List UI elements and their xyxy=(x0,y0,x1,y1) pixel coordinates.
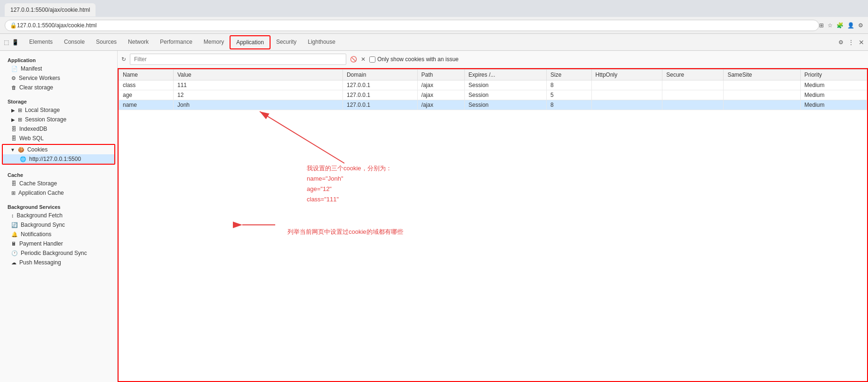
issues-checkbox[interactable] xyxy=(369,56,375,63)
push-messaging-icon: ☁ xyxy=(11,260,16,266)
cell-value: 111 xyxy=(173,80,342,90)
expand-icon2: ▶ xyxy=(11,117,15,122)
th-name: Name xyxy=(119,70,174,80)
sidebar-item-session-storage[interactable]: ▶ ⊞ Session Storage xyxy=(0,115,117,124)
cell-priority: Medium xyxy=(800,100,867,110)
sidebar-item-push-messaging[interactable]: ☁ Push Messaging xyxy=(0,258,117,267)
cell-size: 8 xyxy=(547,100,591,110)
tab-memory[interactable]: Memory xyxy=(198,36,230,49)
address-bar[interactable]: 🔒 127.0.0.1:5500/ajax/cookie.html xyxy=(5,20,819,31)
sidebar-item-bg-sync[interactable]: 🔄 Background Sync xyxy=(0,220,117,230)
cell-httponly xyxy=(591,80,662,90)
cell-expires: Session xyxy=(464,80,546,90)
bg-sync-icon: 🔄 xyxy=(11,222,18,228)
web-sql-icon: 🗄 xyxy=(11,135,16,141)
th-path: Path xyxy=(417,70,464,80)
cell-httponly xyxy=(591,90,662,100)
table-row[interactable]: class111127.0.0.1/ajaxSession8Medium xyxy=(119,80,867,90)
cell-name: name xyxy=(119,100,174,110)
security-icon: 🔒 xyxy=(10,22,17,29)
cell-path: /ajax xyxy=(417,100,464,110)
application-cache-icon: ⊞ xyxy=(11,190,16,196)
cell-secure xyxy=(662,80,724,90)
refresh-icon[interactable]: ↻ xyxy=(121,56,126,63)
bookmark-icon[interactable]: ☆ xyxy=(828,22,833,29)
profile-icon[interactable]: 👤 xyxy=(847,22,854,29)
sidebar-section-application: Application xyxy=(0,55,117,64)
tab-network[interactable]: Network xyxy=(122,36,154,49)
th-httponly: HttpOnly xyxy=(591,70,662,80)
cell-path: /ajax xyxy=(417,80,464,90)
sidebar-item-cookies[interactable]: ▼ 🍪 Cookies xyxy=(3,145,114,154)
table-row[interactable]: nameJonh127.0.0.1/ajaxSession8Medium xyxy=(119,100,867,110)
tab-console[interactable]: Console xyxy=(58,36,90,49)
th-priority: Priority xyxy=(800,70,867,80)
sidebar-item-manifest[interactable]: 📄 Manifest xyxy=(0,64,117,73)
cookies-icon: 🍪 xyxy=(18,147,24,153)
close-filter-icon[interactable]: ✕ xyxy=(361,56,366,63)
cookie-table-wrapper[interactable]: Name Value Domain Path Expires /... Size… xyxy=(118,68,868,382)
settings-icon[interactable]: ⚙ xyxy=(838,39,844,46)
devtools-device-icon[interactable]: 📱 xyxy=(12,39,19,46)
sidebar-item-bg-fetch[interactable]: ↕ Background Fetch xyxy=(0,211,117,220)
sidebar-item-service-workers[interactable]: ⚙ Service Workers xyxy=(0,73,117,83)
annotation-arrow-svg xyxy=(213,97,495,191)
sidebar-item-payment-handler[interactable]: 🖩 Payment Handler xyxy=(0,239,117,248)
tab-performance[interactable]: Performance xyxy=(154,36,198,49)
cell-priority: Medium xyxy=(800,80,867,90)
manifest-icon: 📄 xyxy=(11,66,18,72)
cell-secure xyxy=(662,100,724,110)
tab-application[interactable]: Application xyxy=(230,35,271,49)
sidebar-item-periodic-bg-sync[interactable]: 🕐 Periodic Background Sync xyxy=(0,248,117,258)
cell-domain: 127.0.0.1 xyxy=(342,100,417,110)
table-header-row: Name Value Domain Path Expires /... Size… xyxy=(119,70,867,80)
browser-tab[interactable]: 127.0.0.1:5500/ajax/cookie.html xyxy=(5,3,96,16)
sidebar-item-clear-storage[interactable]: 🗑 Clear storage xyxy=(0,83,117,92)
translate-icon[interactable]: ⊞ xyxy=(819,22,824,29)
table-row[interactable]: age12127.0.0.1/ajaxSession5Medium xyxy=(119,90,867,100)
session-storage-icon: ⊞ xyxy=(18,117,22,123)
sidebar-item-indexed-db[interactable]: 🗄 IndexedDB xyxy=(0,124,117,134)
cell-samesite xyxy=(724,80,800,90)
th-secure: Secure xyxy=(662,70,724,80)
th-value: Value xyxy=(173,70,342,80)
cell-size: 5 xyxy=(547,90,591,100)
tab-lighthouse[interactable]: Lighthouse xyxy=(302,36,341,49)
expand-icon3: ▼ xyxy=(10,147,15,152)
filter-input-wrapper[interactable] xyxy=(130,54,346,65)
clear-filter-icon[interactable]: 🚫 xyxy=(350,56,357,63)
extensions-icon[interactable]: 🧩 xyxy=(836,22,844,29)
sidebar-item-notifications[interactable]: 🔔 Notifications xyxy=(0,230,117,239)
tab-security[interactable]: Security xyxy=(271,36,302,49)
tab-title: 127.0.0.1:5500/ajax/cookie.html xyxy=(10,7,90,13)
sidebar-item-local-storage[interactable]: ▶ ⊞ Local Storage xyxy=(0,105,117,115)
sidebar-item-web-sql[interactable]: 🗄 Web SQL xyxy=(0,134,117,143)
bg-fetch-icon: ↕ xyxy=(11,213,14,218)
close-devtools-button[interactable]: ✕ xyxy=(859,39,864,46)
th-domain: Domain xyxy=(342,70,417,80)
cell-domain: 127.0.0.1 xyxy=(342,90,417,100)
more-icon[interactable]: ⋮ xyxy=(848,39,854,46)
sidebar-item-cookies-url[interactable]: 🌐 http://127.0.0.1:5500 xyxy=(3,154,114,164)
cell-expires: Session xyxy=(464,100,546,110)
payment-handler-icon: 🖩 xyxy=(11,241,16,247)
menu-icon[interactable]: ⚙ xyxy=(858,22,863,29)
filter-input[interactable] xyxy=(134,56,342,63)
tab-sources[interactable]: Sources xyxy=(90,36,122,49)
cell-samesite xyxy=(724,100,800,110)
sidebar: Application 📄 Manifest ⚙ Service Workers… xyxy=(0,51,118,382)
cell-domain: 127.0.0.1 xyxy=(342,80,417,90)
issues-checkbox-label[interactable]: Only show cookies with an issue xyxy=(369,56,459,63)
cell-name: class xyxy=(119,80,174,90)
sidebar-section-cache: Cache xyxy=(0,169,117,179)
sidebar-item-cache-storage[interactable]: 🗄 Cache Storage xyxy=(0,179,117,188)
th-samesite: SameSite xyxy=(724,70,800,80)
tab-elements[interactable]: Elements xyxy=(24,36,58,49)
sidebar-item-application-cache[interactable]: ⊞ Application Cache xyxy=(0,188,117,198)
devtools-inspect-icon[interactable]: ⬚ xyxy=(4,39,9,46)
periodic-bg-sync-icon: 🕐 xyxy=(11,250,18,256)
cell-expires: Session xyxy=(464,90,546,100)
annotation-text: 我设置的三个cookie，分别为： name="Jonh" age="12" c… xyxy=(307,163,392,205)
service-workers-icon: ⚙ xyxy=(11,75,16,81)
cookies-url-icon: 🌐 xyxy=(20,156,26,162)
